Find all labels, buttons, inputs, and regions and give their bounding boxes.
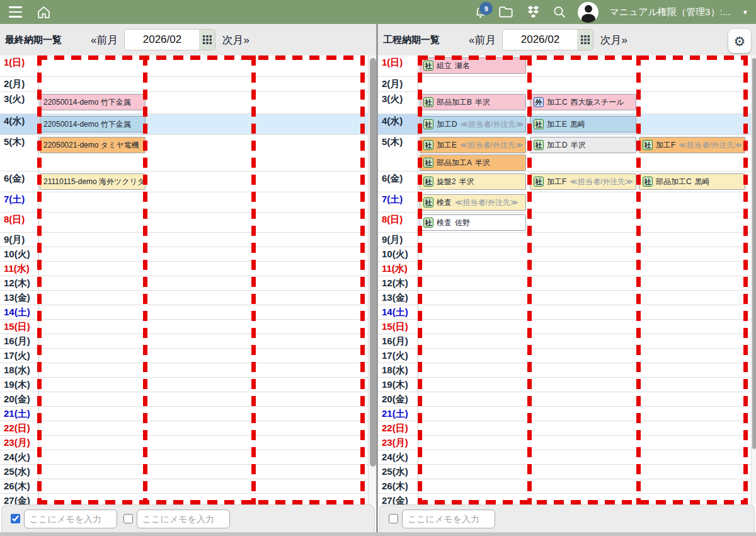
company-badge: 社 bbox=[534, 140, 544, 150]
day-label: 21(土) bbox=[0, 407, 39, 421]
delivery-event[interactable]: 22050021-demo タミヤ電機 bbox=[40, 137, 146, 153]
notification-count-badge: 9 bbox=[479, 2, 493, 15]
calendar-grid-icon bbox=[581, 35, 590, 44]
next-month-button[interactable]: 次月» bbox=[600, 33, 627, 47]
menu-icon[interactable] bbox=[8, 5, 23, 18]
event-title: 組立 bbox=[437, 61, 452, 71]
calendar-picker-button[interactable] bbox=[199, 30, 215, 50]
month-input[interactable] bbox=[503, 30, 577, 50]
day-label: 8(日) bbox=[378, 213, 418, 233]
search-icon[interactable] bbox=[552, 4, 567, 20]
day-label: 4(水) bbox=[378, 114, 418, 135]
vertical-scrollbar-thumb[interactable] bbox=[370, 58, 376, 467]
day-row-body bbox=[39, 392, 376, 407]
event-title: 旋盤2 bbox=[437, 177, 456, 187]
day-row-body bbox=[418, 494, 756, 504]
day-row-body bbox=[39, 233, 376, 247]
event-assignee: ≪担当者/外注先≫ bbox=[570, 177, 633, 187]
day-row-body bbox=[39, 363, 376, 378]
process-delivery-panel: 工程納期一覧 «前月 次月» ⚙ bbox=[378, 24, 756, 536]
settings-button[interactable]: ⚙ bbox=[728, 29, 751, 53]
day-label: 7(土) bbox=[378, 192, 418, 213]
memo-input[interactable] bbox=[402, 510, 495, 528]
company-badge: 社 bbox=[534, 119, 544, 129]
calendar-row: 2(月) bbox=[0, 77, 376, 92]
day-label: 25(水) bbox=[378, 465, 418, 479]
day-label: 26(木) bbox=[0, 479, 39, 494]
process-event[interactable]: 社組立瀬名 bbox=[420, 57, 526, 74]
day-row-body bbox=[39, 436, 376, 450]
event-assignee: 黒崎 bbox=[695, 177, 710, 187]
day-row-body bbox=[418, 334, 756, 349]
notifications-bell-icon[interactable]: 9 bbox=[473, 4, 488, 20]
day-row-body: 22050014-demo 竹下金属 bbox=[39, 92, 376, 114]
process-event[interactable]: 社部品加工C黒崎 bbox=[639, 173, 745, 190]
user-menu-label[interactable]: マニュアル権限（管理3）:... bbox=[609, 6, 730, 18]
vertical-scrollbar-track[interactable] bbox=[368, 55, 376, 504]
day-row-body bbox=[39, 378, 376, 392]
calendar-picker-button[interactable] bbox=[577, 30, 593, 50]
day-row-body bbox=[418, 378, 756, 392]
process-event[interactable]: 社検査≪担当者/外注先≫ bbox=[420, 194, 526, 211]
process-event[interactable]: 社旋盤2半沢 bbox=[420, 173, 526, 190]
dropbox-icon[interactable] bbox=[525, 4, 541, 20]
process-event[interactable]: 社加工D≪担当者/外注先≫ bbox=[420, 116, 526, 132]
day-label: 8(日) bbox=[0, 213, 39, 233]
delivery-event[interactable]: 22050014-demo 竹下金属 bbox=[40, 116, 146, 132]
process-event[interactable]: 社部品加工A半沢 bbox=[420, 154, 526, 171]
day-row-body bbox=[39, 494, 376, 504]
day-row-body bbox=[39, 465, 376, 479]
memo-checkbox[interactable] bbox=[123, 514, 133, 523]
event-title: 部品加工B bbox=[437, 97, 472, 108]
day-label: 17(火) bbox=[378, 349, 418, 363]
vertical-scrollbar-thumb[interactable] bbox=[752, 58, 756, 449]
day-label: 13(金) bbox=[0, 291, 39, 305]
day-row-body bbox=[39, 192, 376, 213]
day-row-body bbox=[39, 334, 376, 349]
event-title: 加工D bbox=[547, 140, 568, 151]
process-event[interactable]: 社部品加工B半沢 bbox=[420, 94, 526, 110]
calendar-row: 15(日) bbox=[378, 320, 756, 334]
day-label: 19(木) bbox=[378, 378, 418, 392]
next-month-button[interactable]: 次月» bbox=[222, 33, 249, 47]
avatar[interactable] bbox=[578, 2, 598, 23]
company-badge: 社 bbox=[423, 61, 433, 71]
day-row-body: 社旋盤2半沢社加工F≪担当者/外注先≫社部品加工C黒崎 bbox=[418, 172, 756, 192]
prev-month-button[interactable]: «前月 bbox=[469, 33, 496, 47]
day-row-body bbox=[418, 363, 756, 378]
memo-checkbox[interactable] bbox=[11, 514, 20, 523]
month-input[interactable] bbox=[125, 30, 199, 50]
day-label: 6(金) bbox=[378, 172, 418, 192]
calendar-row: 11(水) bbox=[378, 262, 756, 276]
process-event[interactable]: 社加工E黒崎 bbox=[530, 116, 636, 132]
process-event[interactable]: 外加工C西大阪スチール bbox=[530, 94, 636, 110]
calendar-row: 20(金) bbox=[0, 392, 376, 407]
calendar-row: 14(土) bbox=[378, 305, 756, 320]
process-event[interactable]: 社検査佐野 bbox=[420, 214, 526, 231]
day-row-body: 社加工D≪担当者/外注先≫社加工E黒崎 bbox=[418, 114, 756, 135]
horizontal-scrollbar-track[interactable] bbox=[0, 532, 756, 536]
process-event[interactable]: 社加工F≪担当者/外注先≫ bbox=[639, 137, 745, 153]
home-icon[interactable] bbox=[36, 4, 52, 20]
calendar-row: 9(月) bbox=[378, 233, 756, 247]
memo-input[interactable] bbox=[137, 510, 230, 528]
folder-icon[interactable] bbox=[498, 5, 515, 19]
delivery-event[interactable]: 22050014-demo 竹下金属 bbox=[40, 94, 146, 110]
day-label: 22(日) bbox=[0, 421, 39, 436]
day-label: 23(月) bbox=[378, 436, 418, 450]
prev-month-button[interactable]: «前月 bbox=[91, 33, 118, 47]
day-label: 16(月) bbox=[0, 334, 39, 349]
process-event[interactable]: 社加工D半沢 bbox=[530, 137, 636, 153]
event-assignee: ≪担当者/外注先≫ bbox=[461, 119, 524, 130]
vertical-scrollbar-track[interactable] bbox=[751, 55, 756, 504]
memo-input[interactable] bbox=[24, 510, 117, 528]
memo-checkbox[interactable] bbox=[389, 514, 398, 523]
caret-down-icon[interactable]: ▼ bbox=[742, 9, 748, 16]
day-label: 20(金) bbox=[0, 392, 39, 407]
delivery-event[interactable]: 21110115-demo 海外ツクリダ bbox=[40, 173, 146, 190]
calendar-row: 5(木)22050021-demo タミヤ電機 bbox=[0, 135, 376, 172]
process-event[interactable]: 社加工F≪担当者/外注先≫ bbox=[530, 173, 636, 190]
day-row-body bbox=[418, 450, 756, 465]
process-event[interactable]: 社加工E≪担当者/外注先≫ bbox=[420, 137, 526, 153]
page-title: 工程納期一覧 bbox=[383, 34, 440, 46]
